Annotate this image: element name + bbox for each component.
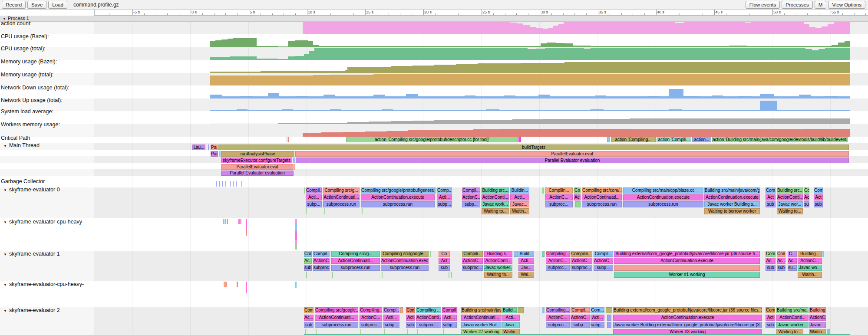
view-options-button[interactable]: View Options [828, 1, 865, 9]
trace-slice[interactable]: Compi... [383, 307, 399, 313]
trace-slice[interactable]: Com [766, 307, 775, 313]
trace-slice[interactable]: Javac worker Building external/com_googl… [613, 322, 762, 328]
trace-slice[interactable]: Com [777, 251, 785, 257]
trace-slice[interactable]: Compiling... [546, 307, 570, 313]
trace-slice[interactable] [324, 208, 325, 214]
track-label-main-thread[interactable]: ▼Main Thread [3, 142, 40, 148]
trace-slice[interactable]: sub [766, 201, 776, 207]
trace-slice[interactable]: action 'Compiling... [611, 137, 656, 142]
trace-slice[interactable]: ActionContinuation.execute [614, 258, 760, 264]
load-button[interactable]: Load [48, 1, 67, 9]
trace-slice[interactable]: subprocess.run [315, 322, 358, 328]
trace-slice[interactable]: Ac... [788, 258, 797, 264]
trace-slice[interactable]: Javac wo... [798, 265, 822, 271]
trace-slice[interactable]: Parallel Evaluator evaluation [296, 158, 849, 163]
trace-slice[interactable]: ActionConti... [416, 315, 441, 321]
trace-slice[interactable]: Waiting to... [482, 208, 509, 214]
trace-slice[interactable]: ActionConti... [777, 194, 803, 200]
trace-slice[interactable]: Par [211, 145, 218, 150]
trace-slice[interactable] [287, 137, 287, 142]
trace-slice[interactable]: Acti... [306, 194, 322, 200]
track-label-skyframe-evaluator-cpu-heavy-2[interactable]: ▼skyframe-evaluator-cpu-heavy- [3, 281, 84, 287]
trace-slice[interactable]: Ac... [304, 315, 314, 321]
trace-slice[interactable]: subproc... [571, 265, 592, 271]
trace-slice[interactable] [219, 151, 221, 157]
trace-slice[interactable]: Compiling src/google/protobuf/generat... [361, 187, 435, 194]
trace-slice[interactable]: ActionContinuati... [582, 194, 622, 200]
trace-slice[interactable] [607, 315, 611, 321]
trace-slice[interactable]: Javac work... [482, 201, 509, 207]
trace-slice[interactable]: Acti... [383, 315, 399, 321]
trace-slice[interactable] [382, 272, 383, 278]
trace-slice[interactable] [542, 251, 545, 257]
trace-slice[interactable]: ActionC... [462, 258, 483, 264]
trace-slice[interactable] [295, 231, 297, 240]
trace-slice[interactable]: Compili... [462, 251, 483, 257]
trace-slice[interactable] [518, 307, 524, 313]
trace-slice[interactable]: runAnalysisPhase [221, 151, 294, 157]
trace-slice[interactable]: Acti... [510, 194, 529, 200]
counter-chart-memory-usage-total[interactable] [0, 73, 868, 85]
trace-slice[interactable] [230, 181, 231, 187]
trace-slice[interactable]: subproc... [546, 322, 570, 328]
trace-slice[interactable]: Act [766, 315, 775, 321]
trace-slice[interactable] [233, 181, 234, 187]
trace-slice[interactable]: subp... [442, 322, 457, 328]
trace-slice[interactable]: Com [766, 187, 776, 194]
trace-slice[interactable]: Act [439, 258, 450, 264]
trace-slice[interactable]: buildTargets [218, 145, 849, 150]
trace-slice[interactable]: Build... [518, 251, 534, 257]
trace-slice[interactable]: Jav... [518, 265, 534, 271]
trace-slice[interactable] [304, 187, 305, 194]
trace-slice[interactable]: Javac wor... [777, 201, 803, 207]
trace-slice[interactable]: subproc... [416, 322, 441, 328]
trace-slice[interactable]: Compiling src/main/cpp/blaze.cc [623, 187, 703, 194]
trace-slice[interactable]: Compiling src/google... [315, 307, 358, 313]
trace-slice[interactable]: action... [692, 137, 711, 142]
trace-slice[interactable] [238, 219, 240, 224]
save-button[interactable]: Save [27, 1, 46, 9]
trace-slice[interactable]: ParallelEvaluator.eval [221, 164, 294, 170]
trace-slice[interactable]: Ac... [777, 258, 785, 264]
trace-slice[interactable] [607, 322, 611, 328]
trace-slice[interactable]: Act [766, 194, 776, 200]
trace-slice[interactable]: Building ... [809, 307, 826, 313]
trace-slice[interactable]: subprocess.run [361, 201, 435, 207]
trace-slice[interactable]: Acti... [442, 315, 457, 321]
trace-slice[interactable] [614, 265, 760, 271]
trace-slice[interactable]: ActionContinuati... [323, 194, 360, 200]
trace-slice[interactable]: Com... [591, 307, 604, 313]
trace-slice[interactable] [237, 282, 238, 287]
processes-button[interactable]: Processes [782, 1, 813, 9]
trace-slice[interactable]: Building src/ma... [776, 307, 809, 313]
trace-slice[interactable] [295, 282, 297, 288]
trace-slice[interactable] [606, 307, 612, 313]
trace-slice[interactable]: Javac worker... [776, 322, 809, 328]
track-label-skyframe-evaluator-cpu-heavy-1[interactable]: ▼skyframe-evaluator-cpu-heavy- [3, 219, 84, 225]
trace-slice[interactable] [607, 137, 610, 142]
trace-slice[interactable]: subproc... [360, 322, 382, 328]
trace-slice[interactable] [216, 181, 217, 187]
trace-slice[interactable]: Building src/main/jav... [461, 307, 502, 313]
trace-slice[interactable]: action 'Compili... [657, 137, 691, 142]
trace-slice[interactable] [306, 208, 307, 214]
counter-chart-cpu-usage-bazel[interactable] [0, 34, 868, 47]
trace-slice[interactable] [430, 251, 431, 257]
trace-slice[interactable] [246, 282, 247, 293]
trace-slice[interactable]: Com [406, 307, 415, 313]
trace-slice[interactable]: Wai... [518, 272, 534, 278]
trace-slice[interactable]: ActionC... [462, 194, 480, 200]
trace-slice[interactable] [246, 219, 247, 230]
trace-slice[interactable]: Compil... [594, 251, 613, 257]
trace-slice[interactable] [514, 251, 518, 257]
trace-slice[interactable]: subp... [591, 322, 604, 328]
trace-slice[interactable]: subproc... [545, 201, 573, 207]
trace-slice[interactable] [295, 219, 297, 223]
trace-slice[interactable] [822, 251, 824, 257]
trace-slice[interactable]: Comp... [437, 187, 452, 194]
record-button[interactable]: Record [2, 1, 26, 9]
counter-chart-network-down-usage[interactable] [0, 85, 868, 99]
trace-slice[interactable]: Worker #1 working [614, 272, 760, 278]
trace-slice[interactable]: Co [804, 187, 809, 194]
trace-slice[interactable]: Acti... [502, 315, 520, 321]
